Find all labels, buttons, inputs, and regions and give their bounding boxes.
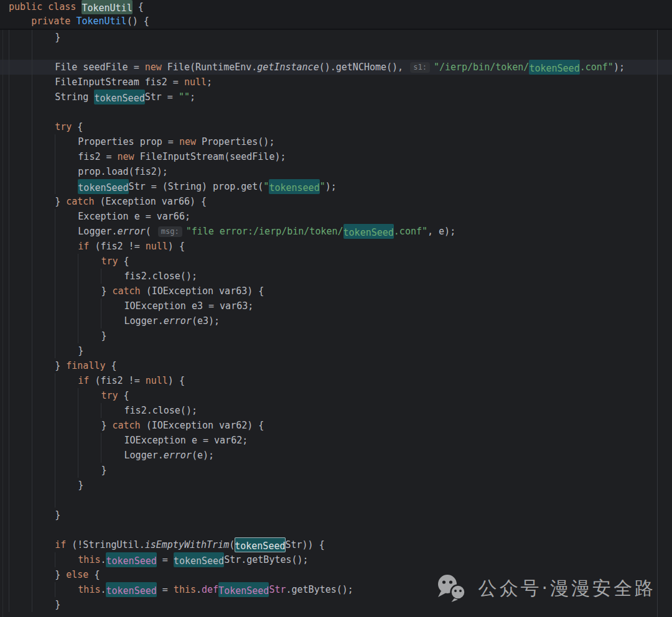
indent-guide: [9, 493, 32, 508]
code-line[interactable]: if (fis2 != null) {: [0, 373, 672, 388]
code-line[interactable]: private TokenUtil() {: [0, 14, 672, 29]
inlay-hint[interactable]: s1:: [410, 62, 430, 73]
indent-guide: [9, 254, 32, 269]
code-line[interactable]: Logger.error( msg:"file error:/ierp/bin/…: [0, 224, 672, 239]
indent-guide: [55, 388, 78, 403]
indent-guide: [9, 567, 32, 582]
code-line[interactable]: if (fis2 != null) {: [0, 239, 672, 254]
code-line[interactable]: }: [0, 30, 672, 45]
code-line[interactable]: [0, 45, 672, 60]
sticky-context-lines[interactable]: public class TokenUtil { private TokenUt…: [0, 0, 672, 30]
indent-guide: [32, 224, 55, 239]
code-token: (fis2 !=: [89, 373, 145, 388]
search-match: tokenSeed: [343, 224, 394, 239]
code-line[interactable]: IOException e3 = var63;: [0, 299, 672, 313]
indent-guide: [55, 433, 78, 448]
indent-guide: [9, 463, 32, 478]
code-line[interactable]: } finally {: [0, 358, 672, 373]
code-line[interactable]: this.tokenSeed = tokenSeedStr.getBytes()…: [0, 552, 672, 567]
indent-guide: [9, 328, 32, 343]
code-line[interactable]: FileInputStream fis2 = null;: [0, 75, 672, 90]
code-line[interactable]: }: [0, 478, 672, 493]
indent-guide: [55, 403, 78, 418]
code-token: error: [164, 313, 192, 328]
code-token: this: [78, 552, 100, 567]
code-line[interactable]: fis2 = new FileInputStream(seedFile);: [0, 149, 672, 164]
code-token: Logger.: [124, 313, 164, 328]
code-token: }: [78, 478, 83, 493]
indent-guide: [55, 284, 78, 299]
code-token: catch: [113, 284, 141, 299]
code-line[interactable]: [0, 522, 672, 537]
code-line[interactable]: }: [0, 343, 672, 358]
code-token: }: [101, 463, 106, 478]
wechat-icon: [435, 573, 469, 603]
watermark-text: 公众号·漫漫安全路: [478, 576, 656, 601]
code-line[interactable]: }: [0, 508, 672, 522]
search-match: tokenSeed: [78, 179, 128, 194]
code-token: (: [146, 224, 157, 239]
code-line[interactable]: } catch (IOException var63) {: [0, 284, 672, 299]
indent-guide: [32, 149, 55, 164]
code-area[interactable]: }File seedFile = new File(RuntimeEnv.get…: [0, 30, 672, 612]
code-line[interactable]: Logger.error(e);: [0, 448, 672, 463]
inlay-hint[interactable]: msg:: [158, 226, 182, 237]
code-line[interactable]: try {: [0, 119, 672, 134]
code-line[interactable]: try {: [0, 254, 672, 269]
code-token: {: [106, 358, 117, 373]
code-token: }: [101, 418, 112, 433]
search-match: tokenSeed: [106, 552, 156, 567]
indent-guide: [9, 90, 32, 104]
code-token: .getBytes();: [286, 582, 353, 597]
indent-guide: [55, 373, 78, 388]
indent-guide: [32, 478, 55, 493]
code-line[interactable]: fis2.close();: [0, 269, 672, 284]
code-line[interactable]: [0, 104, 672, 119]
code-token: error: [164, 448, 192, 463]
search-match: tokenSeed: [106, 582, 156, 597]
code-token: );: [325, 179, 337, 194]
code-token: {: [118, 388, 129, 403]
code-token: Str = (String) prop.get(: [129, 179, 264, 194]
code-token: [9, 14, 31, 29]
code-token: (IOException var62) {: [141, 418, 264, 433]
code-line[interactable]: Properties prop = new Properties();: [0, 134, 672, 149]
code-token: "": [179, 90, 190, 104]
code-line[interactable]: Logger.error(e3);: [0, 313, 672, 328]
code-line[interactable]: Exception e = var66;: [0, 209, 672, 224]
indent-guide: [9, 373, 32, 388]
code-token: null: [184, 75, 207, 90]
code-line[interactable]: }: [0, 328, 672, 343]
indent-guide: [9, 343, 32, 358]
code-line[interactable]: tokenSeedStr = (String) prop.get("tokens…: [0, 179, 672, 194]
code-line[interactable]: String tokenSeedStr = "";: [0, 90, 672, 104]
indent-guide: [9, 537, 32, 552]
code-token: }: [101, 328, 106, 343]
indent-guide: [101, 403, 124, 418]
code-token: .conf": [394, 224, 427, 239]
code-token: ) {: [168, 373, 185, 388]
code-line[interactable]: public class TokenUtil {: [0, 0, 672, 14]
indent-guide: [55, 239, 78, 254]
indent-guide: [55, 493, 78, 508]
code-line[interactable]: } catch (IOException var62) {: [0, 418, 672, 433]
indent-guide: [32, 597, 55, 612]
gutter-separator: [2, 30, 3, 617]
code-line[interactable]: } catch (Exception var66) {: [0, 194, 672, 209]
right-margin-guide: [657, 30, 658, 617]
code-line[interactable]: IOException e = var62;: [0, 433, 672, 448]
code-token: "file error:/ierp/bin/token/: [186, 224, 343, 239]
code-line[interactable]: try {: [0, 388, 672, 403]
code-token: {: [72, 119, 83, 134]
code-line[interactable]: }: [0, 463, 672, 478]
code-line[interactable]: [0, 493, 672, 508]
indent-guide: [55, 269, 78, 284]
code-token: File(RuntimeEnv.: [162, 60, 258, 75]
code-line[interactable]: if (!StringUtil.isEmptyWithTrim(tokenSee…: [0, 537, 672, 552]
indent-guide: [101, 448, 124, 463]
code-line[interactable]: File seedFile = new File(RuntimeEnv.getI…: [0, 60, 672, 75]
code-token: (e);: [192, 448, 214, 463]
indent-guide: [55, 224, 78, 239]
code-line[interactable]: prop.load(fis2);: [0, 164, 672, 179]
code-line[interactable]: fis2.close();: [0, 403, 672, 418]
